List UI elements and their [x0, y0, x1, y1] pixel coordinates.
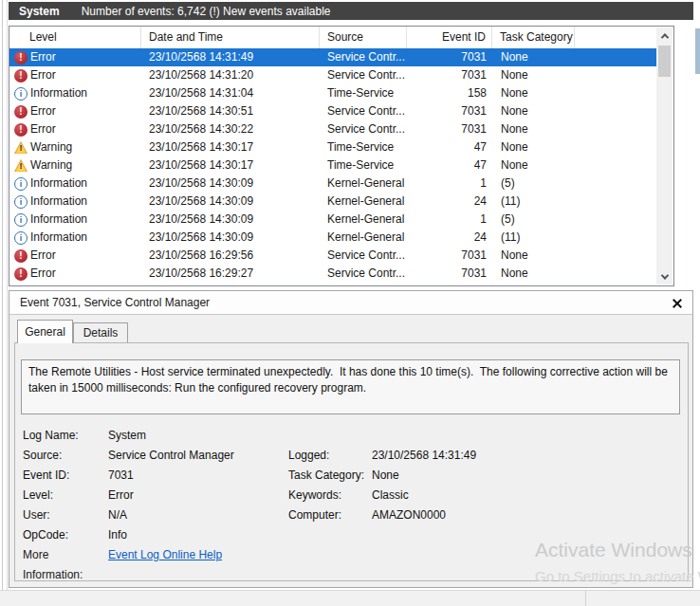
scroll-down-button[interactable]: [656, 268, 672, 285]
property-row: Level:ErrorKeywords:Classic: [15, 486, 688, 505]
event-row[interactable]: !Error23/10/2568 14:30:51Service Contr..…: [9, 102, 657, 120]
event-id-cell: 47: [407, 138, 492, 156]
date-cell: 23/10/2568 14:31:04: [141, 84, 320, 102]
date-cell: 23/10/2568 14:30:22: [141, 120, 320, 138]
property-value: Service Control Manager: [108, 446, 234, 466]
property-label: Task Category:: [288, 466, 370, 486]
task-category-cell: None: [492, 247, 575, 265]
chevron-down-icon: [660, 271, 668, 279]
level-label: Information: [30, 229, 87, 247]
source-cell: Service Contr...: [320, 48, 407, 66]
event-row[interactable]: !Error23/10/2568 14:31:20Service Contr..…: [9, 66, 657, 84]
close-icon[interactable]: [670, 296, 685, 311]
column-header-filler: [575, 27, 657, 48]
level-cell: !Error: [9, 66, 141, 84]
event-row[interactable]: !Error23/10/2568 16:29:27Service Contr..…: [9, 265, 657, 283]
warning-icon: !: [14, 141, 28, 155]
property-value: Info: [108, 525, 127, 545]
task-category-cell: None: [492, 84, 575, 102]
detail-title: Event 7031, Service Control Manager: [20, 296, 210, 309]
date-cell: 23/10/2568 14:30:09: [141, 193, 320, 211]
date-cell: 23/10/2568 14:31:20: [141, 66, 320, 84]
level-cell: iInformation: [9, 211, 141, 229]
event-list: LevelDate and TimeSourceEvent IDTask Cat…: [9, 26, 674, 286]
source-cell: Time-Service: [320, 156, 407, 174]
event-id-cell: 7031: [407, 120, 492, 138]
error-icon: !: [14, 123, 28, 137]
left-pane-divider: [7, 0, 8, 606]
property-label: Keywords:: [288, 486, 370, 505]
level-label: Error: [30, 120, 56, 138]
property-label: Source:: [23, 446, 107, 466]
level-label: Error: [30, 247, 56, 265]
event-id-cell: 7031: [407, 102, 492, 120]
event-log-online-help-link[interactable]: Event Log Online Help: [108, 545, 222, 565]
column-header-event-id[interactable]: Event ID: [407, 27, 492, 48]
event-row[interactable]: iInformation23/10/2568 14:30:09Kernel-Ge…: [9, 193, 657, 211]
scrollbar-thumb[interactable]: [658, 46, 671, 77]
task-category-cell: None: [492, 265, 575, 283]
property-label: Logged:: [288, 446, 370, 466]
error-icon: !: [14, 267, 28, 281]
property-row: User:N/AComputer:AMAZON0000: [15, 505, 688, 525]
filler-cell: [575, 102, 657, 120]
event-row[interactable]: !Warning23/10/2568 14:30:17Time-Service4…: [9, 156, 657, 174]
property-label: Log Name:: [23, 426, 107, 446]
source-cell: Service Contr...: [320, 66, 407, 84]
more-information-label: More Information:: [23, 545, 83, 585]
event-row[interactable]: !Warning23/10/2568 14:30:17Time-Service4…: [9, 138, 657, 156]
property-label: Computer:: [288, 505, 370, 525]
activate-windows-watermark: Activate Windows: [535, 539, 692, 561]
scroll-up-button[interactable]: [656, 28, 672, 44]
level-label: Warning: [30, 138, 72, 156]
level-label: Information: [30, 84, 87, 102]
chevron-up-icon: [660, 33, 668, 41]
property-label: OpCode:: [23, 525, 107, 545]
event-id-cell: 7031: [407, 265, 492, 283]
filler-cell: [575, 156, 657, 174]
error-icon: !: [14, 105, 28, 119]
event-row[interactable]: !Error23/10/2568 16:29:56Service Contr..…: [9, 247, 657, 265]
date-cell: 23/10/2568 14:30:09: [141, 174, 320, 193]
event-id-cell: 47: [407, 156, 492, 174]
source-cell: Service Contr...: [320, 120, 407, 138]
source-cell: Service Contr...: [320, 265, 407, 283]
event-id-cell: 24: [407, 193, 492, 211]
property-label: Event ID:: [23, 466, 107, 486]
column-header-source[interactable]: Source: [320, 27, 407, 48]
information-icon: i: [14, 177, 28, 191]
activate-windows-watermark-sub: Go to Settings to activate W: [535, 568, 700, 584]
event-row[interactable]: iInformation23/10/2568 14:30:09Kernel-Ge…: [9, 229, 657, 247]
error-icon: !: [14, 69, 28, 83]
event-row[interactable]: iInformation23/10/2568 14:30:09Kernel-Ge…: [9, 211, 657, 229]
filler-cell: [575, 84, 657, 102]
event-row[interactable]: !Error23/10/2568 14:30:22Service Contr..…: [9, 120, 657, 138]
level-cell: iInformation: [9, 84, 141, 102]
property-value: System: [108, 426, 146, 446]
date-cell: 23/10/2568 16:29:27: [141, 265, 320, 283]
event-row[interactable]: iInformation23/10/2568 14:30:09Kernel-Ge…: [9, 174, 657, 193]
date-cell: 23/10/2568 14:30:09: [141, 211, 320, 229]
level-label: Error: [30, 66, 56, 84]
level-cell: iInformation: [9, 229, 141, 247]
tab-general[interactable]: General: [17, 320, 73, 343]
tab-details[interactable]: Details: [73, 322, 128, 342]
source-cell: Service Contr...: [320, 102, 407, 120]
column-header-date-and-time[interactable]: Date and Time: [141, 27, 320, 48]
information-icon: i: [14, 231, 28, 245]
property-row: Event ID:7031Task Category:None: [15, 466, 688, 486]
source-cell: Kernel-General: [320, 193, 407, 211]
property-value: N/A: [108, 505, 127, 525]
filler-cell: [575, 265, 657, 283]
column-header-level[interactable]: Level: [9, 27, 141, 48]
event-row[interactable]: iInformation23/10/2568 14:31:04Time-Serv…: [9, 84, 657, 102]
level-label: Error: [30, 102, 56, 120]
event-id-cell: 1: [407, 211, 492, 229]
event-list-scrollbar[interactable]: [656, 28, 672, 285]
event-id-cell: 1: [407, 174, 492, 193]
filler-cell: [575, 229, 657, 247]
date-cell: 23/10/2568 14:30:09: [141, 229, 320, 247]
column-header-task-category[interactable]: Task Category: [492, 27, 575, 48]
task-category-cell: (5): [492, 174, 575, 193]
event-row[interactable]: !Error23/10/2568 14:31:49Service Contr..…: [9, 48, 657, 66]
